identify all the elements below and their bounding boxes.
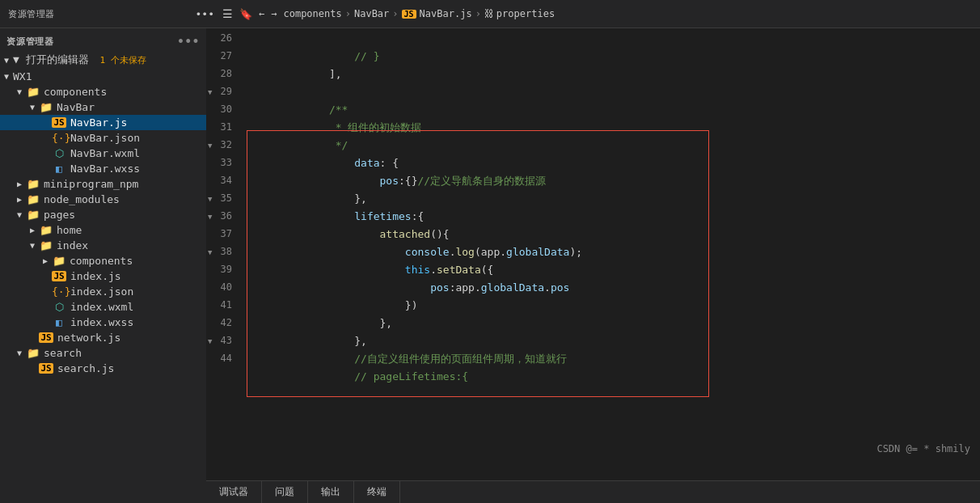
line-number: ▼ 35 xyxy=(206,190,239,208)
fold-arrow-icon[interactable]: ▼ xyxy=(208,336,212,347)
property-icon: ⛓ xyxy=(484,8,494,19)
sidebar-item-index-wxml[interactable]: ⬡ index.wxml xyxy=(0,299,206,315)
sidebar-item-label: search xyxy=(44,347,206,359)
code-line: pos:app.globalData.pos xyxy=(247,261,980,279)
line-number: 27 xyxy=(206,48,239,66)
line-number: 41 xyxy=(206,297,239,315)
code-line: console.log(app.globalData); xyxy=(247,226,980,243)
sidebar-item-navbar-wxml[interactable]: ⬡ NavBar.wxml xyxy=(0,146,206,161)
line-number: 42 xyxy=(206,315,239,332)
sidebar-item-label: NavBar xyxy=(57,101,206,113)
json-icon: {·} xyxy=(52,132,66,144)
line-number: ▼ 38 xyxy=(206,243,239,261)
sidebar-item-components[interactable]: ▼ 📁 components xyxy=(0,84,206,99)
tab-debugger[interactable]: 调试器 xyxy=(206,481,262,503)
sidebar-item-network-js[interactable]: JS network.js xyxy=(0,330,206,345)
code-line: }, xyxy=(247,297,980,315)
sidebar-item-label: network.js xyxy=(57,332,206,344)
tab-problems[interactable]: 问题 xyxy=(262,481,308,503)
line-number: ▼ 29 xyxy=(206,83,239,101)
code-line: attached(){ xyxy=(247,208,980,226)
sidebar-item-label: pages xyxy=(44,209,206,221)
arrow-icon: ▶ xyxy=(26,226,39,235)
sidebar-item-label: miniprogram_npm xyxy=(44,178,206,190)
line-numbers: 26 27 28 ▼ 29 30 31 ▼ 32 33 34 xyxy=(206,28,247,480)
bookmark-icon[interactable]: 🔖 xyxy=(239,8,252,20)
tab-terminal[interactable]: 终端 xyxy=(354,481,400,503)
code-line: }, xyxy=(247,172,980,190)
code-line: * 组件的初始数据 xyxy=(247,101,980,119)
sidebar-header: 资源管理器 ••• xyxy=(8,8,214,20)
sidebar-item-navbar-wxss[interactable]: ◧ NavBar.wxss xyxy=(0,161,206,176)
line-number: 40 xyxy=(206,279,239,297)
sidebar-item-label: NavBar.wxml xyxy=(70,147,206,159)
arrow-icon: ▼ xyxy=(26,241,39,250)
fold-arrow-icon[interactable]: ▼ xyxy=(208,87,212,98)
sidebar-item-label: index xyxy=(57,239,206,252)
code-line: ], xyxy=(247,48,980,66)
sidebar-item-label: home xyxy=(57,224,206,236)
arrow-icon: ▼ xyxy=(0,72,13,81)
wxml-icon: ⬡ xyxy=(52,147,66,159)
fold-arrow-icon[interactable]: ▼ xyxy=(208,211,212,222)
code-line: }) xyxy=(247,279,980,297)
code-line: this.setData({ xyxy=(247,243,980,261)
fold-arrow-icon[interactable]: ▼ xyxy=(208,193,212,205)
sidebar-item-index[interactable]: ▼ 📁 index xyxy=(0,238,206,253)
folder-icon: 📁 xyxy=(26,178,40,190)
sidebar-item-pages[interactable]: ▼ 📁 pages xyxy=(0,207,206,222)
sidebar-item-label: node_modules xyxy=(44,193,206,205)
hamburger-icon[interactable]: ☰ xyxy=(222,7,233,20)
main-layout: 资源管理器 ••• ▼ ▼ 打开的编辑器 1 个未保存 ▼ WX1 ▼ 📁 co… xyxy=(0,28,980,503)
editor-nav: ☰ 🔖 ← → components › NavBar › JS NavBar.… xyxy=(214,7,555,20)
code-lines[interactable]: // } ], /** * 组件的初始数据 xyxy=(247,28,980,480)
fold-arrow-icon[interactable]: ▼ xyxy=(208,140,212,151)
sidebar-item-miniprogram[interactable]: ▶ 📁 miniprogram_npm xyxy=(0,176,206,192)
forward-button[interactable]: → xyxy=(271,8,277,19)
arrow-icon: ▼ xyxy=(0,56,13,65)
js-icon: JS xyxy=(52,117,66,128)
code-line: pos:{}//定义导航条自身的数据源 xyxy=(247,154,980,172)
tab-output[interactable]: 输出 xyxy=(308,481,354,503)
sidebar-item-node-modules[interactable]: ▶ 📁 node_modules xyxy=(0,192,206,207)
line-number: 26 xyxy=(206,30,239,48)
sidebar-item-label: NavBar.json xyxy=(70,132,206,144)
sidebar-item-index-components[interactable]: ▶ 📁 components xyxy=(0,253,206,268)
arrow-icon: ▼ xyxy=(13,349,26,357)
bottom-tabs: 调试器 问题 输出 终端 xyxy=(206,480,980,503)
line-number: 34 xyxy=(206,172,239,190)
explorer-header: 资源管理器 ••• xyxy=(0,32,206,51)
code-line: /** xyxy=(247,83,980,101)
folder-icon: 📁 xyxy=(26,193,40,205)
code-line: lifetimes:{ xyxy=(247,190,980,208)
sidebar-item-label: NavBar.js xyxy=(70,116,206,129)
sidebar-item-opened-editors[interactable]: ▼ ▼ 打开的编辑器 1 个未保存 xyxy=(0,51,206,69)
sidebar-item-navbar-json[interactable]: {·} NavBar.json xyxy=(0,130,206,146)
back-button[interactable]: ← xyxy=(259,8,264,19)
sidebar-item-search-js[interactable]: JS search.js xyxy=(0,361,206,376)
code-line: //自定义组件使用的页面组件周期，知道就行 xyxy=(247,332,980,350)
code-line: }, xyxy=(247,315,980,332)
sidebar-item-home[interactable]: ▶ 📁 home xyxy=(0,222,206,238)
arrow-icon: ▼ xyxy=(13,210,26,219)
fold-arrow-icon[interactable]: ▼ xyxy=(208,247,212,258)
sidebar-more-button[interactable]: ••• xyxy=(177,35,200,48)
sidebar-icons[interactable]: ••• xyxy=(196,8,214,20)
arrow-icon: ▼ xyxy=(26,103,39,112)
folder-icon: 📁 xyxy=(26,209,40,221)
sidebar-item-index-json[interactable]: {·} index.json xyxy=(0,284,206,299)
sidebar-item-index-js[interactable]: JS index.js xyxy=(0,268,206,284)
sidebar-item-navbar[interactable]: ▼ 📁 NavBar xyxy=(0,99,206,115)
sidebar-item-index-wxss[interactable]: ◧ index.wxss xyxy=(0,315,206,330)
arrow-icon: ▶ xyxy=(13,180,26,188)
sidebar-item-wx1[interactable]: ▼ WX1 xyxy=(0,69,206,84)
sidebar: 资源管理器 ••• ▼ ▼ 打开的编辑器 1 个未保存 ▼ WX1 ▼ 📁 co… xyxy=(0,28,206,503)
sidebar-item-search[interactable]: ▼ 📁 search xyxy=(0,345,206,361)
code-view: 26 27 28 ▼ 29 30 31 ▼ 32 33 34 xyxy=(206,28,980,480)
line-number: 28 xyxy=(206,66,239,83)
folder-icon: 📁 xyxy=(39,101,53,113)
sidebar-item-navbar-js[interactable]: JS NavBar.js xyxy=(0,115,206,130)
folder-icon: 📁 xyxy=(26,347,40,359)
sidebar-item-label: search.js xyxy=(57,362,206,374)
arrow-icon: ▼ xyxy=(13,87,26,96)
